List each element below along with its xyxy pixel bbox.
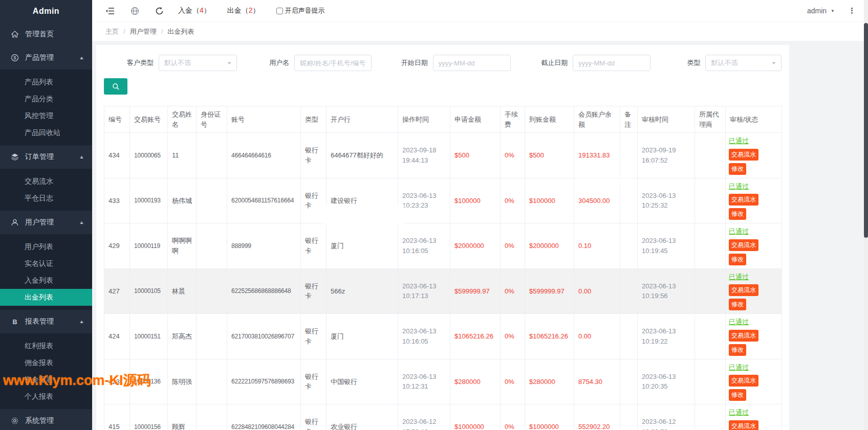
edit-button[interactable]: 修改: [729, 208, 746, 220]
sidebar-item-link[interactable]: 用户列表: [0, 238, 92, 255]
table-row: 42410000151郑高杰6217003810026896707银行卡厦门20…: [104, 314, 782, 359]
cell-card_no: 466464664616: [227, 133, 301, 178]
cell-remark: [620, 404, 638, 430]
cell-id: 423: [104, 359, 130, 404]
withdraw-counter[interactable]: 出金（2）: [227, 6, 260, 15]
cell-agent: [695, 223, 726, 269]
status-passed-link[interactable]: 已通过: [729, 363, 749, 373]
sidebar-item-link[interactable]: 资金报表: [0, 371, 92, 388]
table-row: 41510000156顾辉6228482109608044284银行卡农业银行2…: [104, 404, 782, 430]
scrollbar-thumb[interactable]: [864, 23, 868, 238]
customer-type-select[interactable]: 默认不选▼: [159, 55, 237, 71]
kebab-menu-icon[interactable]: ⋮: [848, 6, 856, 15]
edit-button[interactable]: 修改: [729, 389, 746, 401]
caret-up-icon: ▲: [79, 154, 84, 160]
chevron-down-icon: ▼: [227, 61, 232, 65]
app-title: Admin: [0, 0, 92, 22]
cell-name: 啊啊啊啊: [168, 223, 197, 269]
sound-checkbox[interactable]: [276, 8, 283, 14]
status-passed-link[interactable]: 已通过: [729, 272, 749, 282]
breadcrumb-home[interactable]: 主页: [105, 27, 119, 36]
edit-button[interactable]: 修改: [729, 299, 746, 310]
status-passed-link[interactable]: 已通过: [729, 136, 749, 146]
cell-card_no: 888999: [227, 223, 301, 269]
col-header-name: 交易姓名: [168, 106, 197, 133]
sidebar-item-link[interactable]: 红利报表: [0, 337, 92, 354]
refresh-icon[interactable]: [154, 5, 165, 16]
type-select[interactable]: 默认不选▼: [705, 55, 782, 71]
cell-name: 林晨: [168, 268, 197, 314]
status-passed-link[interactable]: 已通过: [729, 182, 749, 192]
cell-account: 10000151: [130, 314, 168, 359]
sidebar-item-link[interactable]: 佣金报表: [0, 354, 92, 371]
transaction-flow-button[interactable]: 交易流水: [729, 239, 758, 251]
sidebar-item-link[interactable]: 风控管理: [0, 107, 92, 124]
status-passed-link[interactable]: 已通过: [729, 317, 749, 327]
cell-type: 银行卡: [301, 268, 327, 314]
cell-id: 433: [104, 178, 130, 223]
transaction-flow-button[interactable]: 交易流水: [729, 194, 758, 206]
sidebar-item-link[interactable]: 产品列表: [0, 74, 92, 90]
sidebar-item-link[interactable]: 入金列表: [0, 272, 92, 289]
transaction-flow-button[interactable]: 交易流水: [729, 330, 758, 342]
sound-alert-toggle[interactable]: 开启声音提示: [276, 6, 325, 15]
sidebar-item-link[interactable]: 实名认证: [0, 255, 92, 272]
sidebar-group-3[interactable]: 用户管理▲: [0, 211, 92, 234]
cell-name: 郑高杰: [168, 314, 197, 359]
col-header-id_card: 身份证号: [197, 106, 227, 133]
sidebar-group-5[interactable]: 系统管理: [0, 409, 92, 430]
cell-agent: [695, 359, 726, 404]
sidebar-item-active[interactable]: 出金列表: [0, 289, 92, 306]
sidebar-group-1[interactable]: $产品管理▲: [0, 46, 92, 70]
cell-card_no: 6217003810026896707: [227, 314, 301, 359]
transaction-flow-button[interactable]: 交易流水: [729, 149, 758, 161]
col-header-account: 交易账号: [130, 106, 168, 133]
globe-icon[interactable]: [129, 5, 140, 16]
sidebar-group-2[interactable]: 订单管理▲: [0, 145, 92, 169]
username-input[interactable]: [300, 59, 365, 67]
cell-amount: $2000000: [450, 223, 501, 269]
cell-bank: 6464677都好好的: [327, 133, 398, 178]
edit-button[interactable]: 修改: [729, 163, 746, 175]
edit-button[interactable]: 修改: [729, 254, 746, 265]
status-passed-link[interactable]: 已通过: [729, 227, 749, 237]
cell-status: 已通过交易流水修改: [726, 223, 782, 269]
sidebar-item-link[interactable]: 产品回收站: [0, 124, 92, 141]
status-passed-link[interactable]: 已通过: [729, 408, 749, 418]
transaction-flow-button[interactable]: 交易流水: [729, 284, 758, 296]
search-button[interactable]: [104, 78, 127, 95]
user-menu[interactable]: admin: [807, 7, 827, 15]
cell-id: 415: [104, 404, 130, 430]
sidebar-toggle-icon[interactable]: [104, 5, 116, 16]
table-row: 42310000136陈明强6222210597576898693银行卡中国银行…: [104, 359, 782, 404]
end-date-input[interactable]: [578, 59, 645, 67]
cell-bank: 566z: [327, 268, 398, 314]
page-scrollbar[interactable]: [864, 0, 868, 430]
start-date-input[interactable]: [439, 59, 505, 67]
content-area: 客户类型 默认不选▼ 用户名 开始日期 截止日期: [92, 41, 868, 430]
edit-button[interactable]: 修改: [729, 344, 746, 356]
cell-balance: 0.00: [574, 268, 620, 314]
sidebar-item-link[interactable]: 产品分类: [0, 90, 92, 107]
order-icon: [10, 153, 19, 162]
withdraw-list-card: 客户类型 默认不选▼ 用户名 开始日期 截止日期: [96, 45, 789, 430]
start-date-label: 开始日期: [401, 58, 428, 67]
home-icon: [10, 30, 19, 39]
sidebar-item-link[interactable]: 平仓日志: [0, 190, 92, 207]
sidebar-group-4[interactable]: B报表管理▲: [0, 310, 92, 333]
chevron-down-icon: ▼: [771, 61, 776, 65]
cell-fee: 0%: [501, 223, 525, 269]
sidebar: Admin管理首页$产品管理▲产品列表产品分类风控管理产品回收站订单管理▲交易流…: [0, 0, 92, 430]
transaction-flow-button[interactable]: 交易流水: [729, 375, 758, 387]
transaction-flow-button[interactable]: 交易流水: [729, 420, 758, 430]
table-row: 43310000193杨伟城6200054681157616664银行卡建设银行…: [104, 178, 782, 223]
breadcrumb-user-mgmt[interactable]: 用户管理: [130, 27, 157, 36]
cell-account: 10000105: [130, 268, 168, 314]
deposit-counter[interactable]: 入金（4）: [178, 6, 211, 15]
cell-audit_time: 2023-06-1310:19:22: [638, 314, 695, 359]
sidebar-item-link[interactable]: 个人报表: [0, 388, 92, 405]
chevron-down-icon[interactable]: ▼: [831, 9, 835, 13]
sidebar-group-0[interactable]: 管理首页: [0, 22, 92, 46]
col-header-bank: 开户行: [327, 106, 398, 133]
sidebar-item-link[interactable]: 交易流水: [0, 173, 92, 190]
